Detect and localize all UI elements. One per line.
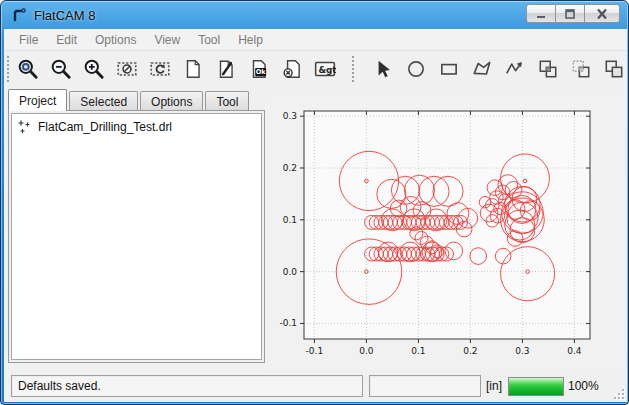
plot-canvas[interactable]: -0.10.00.10.20.30.4-0.10.00.10.20.3 xyxy=(265,89,625,370)
shell-terminal-icon: &gt;_ xyxy=(314,58,336,80)
progress-percent-label: 100% xyxy=(568,379,599,393)
tree-item-drill-file[interactable]: FlatCam_Drilling_Test.drl xyxy=(16,117,257,137)
tab-project[interactable]: Project xyxy=(8,89,67,111)
select-pointer-icon xyxy=(372,58,394,80)
polygon-subtract-button[interactable] xyxy=(601,56,627,82)
menu-bar: File Edit Options View Tool Help xyxy=(4,29,627,51)
shell-icon-label: &gt;_ xyxy=(318,65,336,75)
draw-polyline-button[interactable] xyxy=(502,56,528,82)
zoom-out-icon xyxy=(50,58,72,80)
flatcam-logo-icon xyxy=(11,7,27,23)
polygon-union-button[interactable] xyxy=(535,56,561,82)
clear-plot-button[interactable] xyxy=(114,56,140,82)
polygon-subtract-icon xyxy=(603,58,625,80)
svg-text:0.0: 0.0 xyxy=(283,267,298,277)
panel-tabs: Project Selected Options Tool xyxy=(8,89,251,110)
polygon-intersection-button[interactable] xyxy=(568,56,594,82)
tab-selected[interactable]: Selected xyxy=(69,91,138,110)
clear-plot-icon xyxy=(116,58,138,80)
ok-document-icon: Ok xyxy=(248,58,270,80)
ok-icon-label: Ok xyxy=(256,68,267,76)
close-icon xyxy=(595,8,609,20)
svg-text:-0.1: -0.1 xyxy=(306,346,324,356)
client-area: File Edit Options View Tool Help xyxy=(4,29,627,402)
svg-text:0.2: 0.2 xyxy=(463,346,477,356)
replot-icon xyxy=(149,58,171,80)
minimize-icon xyxy=(534,8,548,20)
svg-text:0.2: 0.2 xyxy=(283,163,297,173)
menu-view[interactable]: View xyxy=(145,30,189,50)
draw-circle-button[interactable] xyxy=(403,56,429,82)
delete-object-button[interactable] xyxy=(279,56,305,82)
polyline-tool-icon xyxy=(504,58,526,80)
project-panel-frame: FlatCam_Drilling_Test.drl xyxy=(8,110,265,363)
svg-text:-0.1: -0.1 xyxy=(279,318,297,328)
progress-fill xyxy=(509,378,563,395)
menu-options[interactable]: Options xyxy=(86,30,145,50)
project-tree: FlatCam_Drilling_Test.drl xyxy=(11,113,262,360)
polygon-tool-icon xyxy=(471,58,493,80)
edit-geometry-button[interactable] xyxy=(213,56,239,82)
circle-tool-icon xyxy=(405,58,427,80)
maximize-button[interactable] xyxy=(555,4,585,23)
new-geometry-button[interactable] xyxy=(180,56,206,82)
zoom-in-icon xyxy=(83,58,105,80)
progress-bar xyxy=(508,377,564,396)
draw-rectangle-button[interactable] xyxy=(436,56,462,82)
draw-polygon-button[interactable] xyxy=(469,56,495,82)
window-title: FlatCAM 8 xyxy=(34,8,95,23)
svg-text:0.4: 0.4 xyxy=(567,346,582,356)
polygon-intersection-icon xyxy=(570,58,592,80)
toolbar-drag-handle[interactable] xyxy=(7,56,9,82)
polygon-union-icon xyxy=(537,58,559,80)
delete-document-icon xyxy=(281,58,303,80)
select-button[interactable] xyxy=(370,56,396,82)
tab-tool[interactable]: Tool xyxy=(205,91,249,110)
status-message: Defaults saved. xyxy=(18,379,101,393)
svg-text:0.3: 0.3 xyxy=(515,346,529,356)
status-bar: Defaults saved. [in] 100% xyxy=(4,370,627,402)
units-label: [in] xyxy=(486,379,502,393)
shell-button[interactable]: &gt;_ xyxy=(312,56,338,82)
edit-document-icon xyxy=(215,58,237,80)
app-window: FlatCAM 8 File Edit Options View Tool He… xyxy=(0,0,629,405)
rectangle-tool-icon xyxy=(438,58,460,80)
svg-text:0.1: 0.1 xyxy=(411,346,425,356)
zoom-fit-button[interactable] xyxy=(15,56,41,82)
status-message-box: Defaults saved. xyxy=(11,375,363,397)
svg-text:0.0: 0.0 xyxy=(359,346,374,356)
menu-edit[interactable]: Edit xyxy=(47,30,86,50)
tree-item-label: FlatCam_Drilling_Test.drl xyxy=(38,120,172,134)
new-document-icon xyxy=(182,58,204,80)
minimize-button[interactable] xyxy=(526,4,556,23)
maximize-icon xyxy=(563,8,577,20)
status-secondary-box xyxy=(369,375,481,397)
replot-button[interactable] xyxy=(147,56,173,82)
menu-help[interactable]: Help xyxy=(229,30,272,50)
toolbar: Ok &gt;_ xyxy=(4,51,627,87)
svg-text:0.3: 0.3 xyxy=(283,111,297,121)
title-bar[interactable]: FlatCAM 8 xyxy=(1,1,628,29)
zoom-out-button[interactable] xyxy=(48,56,74,82)
drill-points-icon xyxy=(17,119,33,135)
tab-options[interactable]: Options xyxy=(140,91,203,110)
update-geometry-ok-button[interactable]: Ok xyxy=(246,56,272,82)
draw-toolbar-group xyxy=(352,56,627,82)
svg-text:0.1: 0.1 xyxy=(283,215,297,225)
zoom-in-button[interactable] xyxy=(81,56,107,82)
plot-toolbar-group: Ok &gt;_ xyxy=(15,56,338,82)
menu-file[interactable]: File xyxy=(10,30,47,50)
drill-plot[interactable]: -0.10.00.10.20.30.4-0.10.00.10.20.3 xyxy=(265,89,623,367)
zoom-fit-icon xyxy=(17,58,39,80)
toolbar-drag-handle-2[interactable] xyxy=(352,56,357,82)
menu-tool[interactable]: Tool xyxy=(189,30,229,50)
close-button[interactable] xyxy=(584,4,620,23)
resize-grip[interactable] xyxy=(614,389,624,399)
